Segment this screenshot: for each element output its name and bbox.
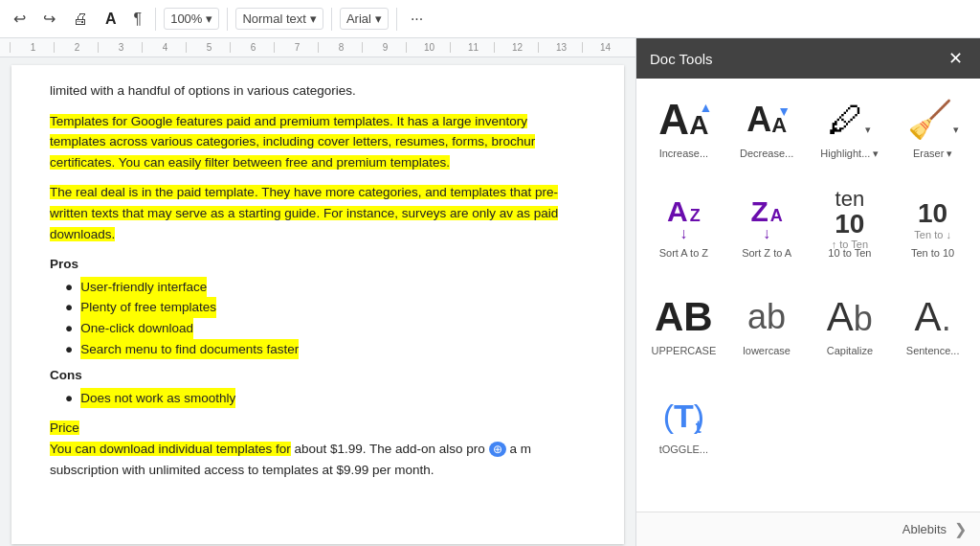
pros-item-3: One-click download	[80, 318, 193, 339]
ruler-tick: 10	[406, 42, 450, 53]
cons-section: Cons ● Does not work as smoothly	[50, 365, 586, 408]
doc-tools-panel: Doc Tools ✕ A A ▲ Increase...	[635, 38, 980, 546]
toggle-label: tOGGLE...	[659, 444, 708, 455]
ruler-tick: 13	[538, 42, 582, 53]
ruler-content: 1 2 3 4 5 6 7 8 9 10 11 12 13 14	[10, 42, 626, 53]
pros-section: Pros ● User-friendly interface ● Plenty …	[50, 254, 586, 359]
separator-4	[396, 8, 397, 31]
undo-button[interactable]: ↩	[8, 6, 32, 32]
price-rest: about $1.99. The add-on also pro	[294, 442, 484, 456]
para2-text: The real deal is in the paid template. T…	[50, 182, 586, 244]
more-options-button[interactable]: ···	[405, 7, 429, 32]
pros-item-4: Search menu to find documents faster	[80, 339, 299, 360]
lowercase-icon: ab	[747, 293, 786, 341]
para1-text: Templates for Google features paid and p…	[50, 111, 586, 173]
panel-body: A A ▲ Increase... A A ▼ Decrease...	[636, 79, 980, 512]
document-page: limited with a handful of options in var…	[11, 65, 624, 544]
tool-sort-az[interactable]: A Z ↓ Sort A to Z	[642, 188, 725, 286]
bullet-icon: ●	[65, 277, 73, 298]
intro-text: limited with a handful of options in var…	[50, 80, 586, 102]
price-label: Price	[50, 421, 79, 435]
cons-item-1: Does not work as smoothly	[80, 388, 235, 409]
decrease-icon: A A ▼	[746, 96, 787, 144]
font-select[interactable]: Arial ▾	[340, 8, 389, 30]
ten-to-ten-label: 10 to Ten	[828, 247, 871, 259]
format-button[interactable]: ¶	[128, 7, 148, 32]
ruler-tick: 14	[582, 42, 626, 53]
pros-item-2: Plenty of free templates	[80, 297, 216, 318]
tool-ten-to-10[interactable]: 10 Ten to ↓ Ten to 10	[891, 188, 974, 286]
tool-highlight[interactable]: 🖊 ▾ Highlight... ▾	[809, 88, 892, 188]
sort-az-icon: A Z ↓	[667, 195, 701, 243]
tool-sentence[interactable]: A. Sentence...	[891, 285, 974, 384]
tool-lowercase[interactable]: ab lowercase	[725, 285, 809, 384]
tool-capitalize[interactable]: Ab Capitalize	[809, 285, 892, 384]
bullet-icon: ●	[65, 339, 73, 360]
increase-icon: A A ▲	[658, 96, 708, 144]
pros-label: Pros	[50, 254, 586, 275]
tool-uppercase[interactable]: ΑΒ UPPERCASE	[642, 285, 725, 384]
bullet-icon: ●	[65, 318, 73, 339]
sentence-icon: A.	[915, 293, 951, 341]
panel-title: Doc Tools	[650, 51, 713, 67]
pros-item-1: User-friendly interface	[80, 277, 207, 298]
sort-az-label: Sort A to Z	[659, 247, 708, 259]
tool-eraser[interactable]: 🧹 ▾ Eraser ▾	[891, 88, 974, 188]
ruler-tick: 11	[450, 42, 494, 53]
tool-increase[interactable]: A A ▲ Increase...	[642, 88, 725, 188]
price-more: a m	[509, 442, 531, 456]
toggle-icon: ( T t )	[663, 392, 704, 440]
ruler-tick: 8	[318, 42, 362, 53]
tool-ten-to-ten[interactable]: ten 10 ↑ to Ten 10 to Ten	[809, 188, 892, 286]
para2-highlighted: The real deal is in the paid template. T…	[50, 185, 558, 240]
chevron-right-icon[interactable]: ❯	[954, 520, 967, 538]
toolbar: ↩ ↪ 🖨 A ¶ 100% ▾ Normal text ▾ Arial ▾ ·…	[0, 0, 980, 38]
panel-header: Doc Tools ✕	[636, 38, 980, 79]
list-item: ● User-friendly interface	[65, 277, 586, 298]
panel-close-button[interactable]: ✕	[945, 48, 967, 69]
ten-to-ten-icon: ten 10 ↑ to Ten	[832, 195, 868, 243]
zoom-select[interactable]: 100% ▾	[164, 8, 219, 30]
price-subscription: subscription with unlimited access to te…	[50, 460, 586, 481]
redo-button[interactable]: ↪	[37, 6, 61, 32]
eraser-label: Eraser ▾	[913, 148, 952, 160]
capitalize-label: Capitalize	[827, 345, 873, 356]
bullet-icon: ●	[65, 388, 73, 409]
addon-icon: ⊕	[489, 442, 506, 457]
ten-to-10-icon: 10 Ten to ↓	[914, 195, 951, 243]
ruler-tick: 9	[362, 42, 406, 53]
style-dropdown-icon: ▾	[310, 11, 317, 26]
ruler-tick: 6	[230, 42, 274, 53]
ruler: 1 2 3 4 5 6 7 8 9 10 11 12 13 14	[0, 38, 635, 57]
sentence-label: Sentence...	[906, 345, 960, 356]
tool-toggle[interactable]: ( T t ) tOGGLE...	[642, 384, 725, 483]
list-item: ● Search menu to find documents faster	[65, 339, 586, 360]
style-select[interactable]: Normal text ▾	[235, 8, 323, 30]
paint-format-button[interactable]: A	[100, 7, 122, 32]
zoom-dropdown-icon: ▾	[206, 11, 212, 26]
tool-sort-za[interactable]: Z A ↓ Sort Z to A	[725, 188, 809, 286]
zoom-value: 100%	[170, 11, 202, 26]
highlight-icon: 🖊 ▾	[828, 96, 871, 144]
separator-1	[155, 8, 156, 31]
main-area: 1 2 3 4 5 6 7 8 9 10 11 12 13 14 limited…	[0, 38, 980, 546]
cons-label: Cons	[50, 365, 586, 386]
uppercase-label: UPPERCASE	[651, 345, 716, 356]
print-button[interactable]: 🖨	[67, 7, 94, 32]
decrease-label: Decrease...	[740, 148, 793, 159]
highlight-label: Highlight... ▾	[820, 148, 879, 160]
eraser-icon: 🧹 ▾	[907, 96, 959, 144]
tool-decrease[interactable]: A A ▼ Decrease...	[725, 88, 809, 188]
ruler-tick: 2	[54, 42, 98, 53]
para1-highlighted: Templates for Google features paid and p…	[50, 114, 535, 170]
ruler-tick: 7	[274, 42, 318, 53]
ruler-tick: 1	[10, 42, 54, 53]
separator-3	[331, 8, 332, 31]
ruler-tick: 12	[494, 42, 538, 53]
capitalize-icon: Ab	[827, 293, 873, 341]
ruler-tick: 3	[98, 42, 142, 53]
ten-to-10-label: Ten to 10	[911, 247, 954, 259]
uppercase-icon: ΑΒ	[655, 293, 713, 341]
price-highlighted: You can download individual templates fo…	[50, 442, 291, 456]
lowercase-label: lowercase	[743, 345, 791, 356]
